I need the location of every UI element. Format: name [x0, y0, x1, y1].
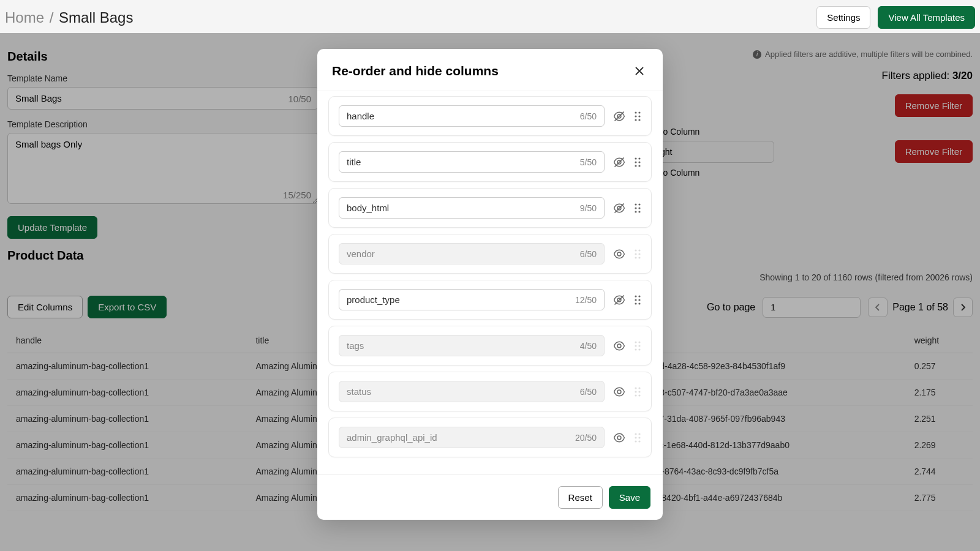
- reorder-columns-modal: Re-order and hide columns handle6/50titl…: [317, 49, 663, 520]
- drag-handle-icon[interactable]: [634, 111, 641, 122]
- svg-point-21: [638, 207, 640, 209]
- svg-point-25: [635, 249, 636, 251]
- svg-point-19: [638, 203, 640, 205]
- column-card-handle: handle6/50: [328, 96, 652, 136]
- drag-handle-icon: [634, 386, 641, 397]
- column-card-product_type: product_type12/50: [328, 280, 652, 320]
- breadcrumb-current: Small Bags: [59, 9, 133, 26]
- svg-point-47: [635, 387, 636, 389]
- svg-point-12: [635, 161, 636, 163]
- svg-point-26: [638, 249, 640, 251]
- svg-point-55: [638, 433, 640, 435]
- svg-point-43: [638, 345, 640, 347]
- svg-point-23: [638, 211, 640, 212]
- drag-handle-icon: [634, 340, 641, 351]
- column-card-status: status6/50: [328, 372, 652, 411]
- show-column-icon[interactable]: [613, 340, 625, 352]
- modal-overlay[interactable]: Re-order and hide columns handle6/50titl…: [0, 33, 980, 551]
- svg-point-39: [617, 344, 621, 348]
- svg-point-24: [617, 252, 621, 256]
- save-button[interactable]: Save: [609, 486, 650, 509]
- svg-point-7: [638, 119, 640, 121]
- hide-column-icon[interactable]: [613, 156, 625, 168]
- hide-column-icon[interactable]: [613, 110, 625, 122]
- svg-point-36: [638, 299, 640, 301]
- svg-point-22: [635, 211, 636, 212]
- hide-column-icon[interactable]: [613, 202, 625, 214]
- svg-point-56: [635, 437, 636, 438]
- column-card-tags: tags4/50: [328, 326, 652, 365]
- column-name-input: admin_graphql_api_id20/50: [339, 427, 605, 448]
- svg-point-37: [635, 302, 636, 304]
- svg-point-51: [635, 394, 636, 396]
- svg-point-48: [638, 387, 640, 389]
- breadcrumb-home[interactable]: Home: [5, 9, 44, 26]
- svg-point-15: [638, 165, 640, 167]
- close-modal-button[interactable]: [631, 62, 648, 80]
- show-column-icon[interactable]: [613, 432, 625, 444]
- breadcrumb-separator: /: [50, 9, 54, 26]
- svg-point-41: [638, 341, 640, 343]
- svg-point-49: [635, 391, 636, 392]
- column-name-input[interactable]: title5/50: [339, 151, 605, 173]
- svg-point-14: [635, 165, 636, 167]
- svg-point-45: [638, 348, 640, 350]
- header-actions: Settings View All Templates: [816, 6, 975, 29]
- column-card-vendor: vendor6/50: [328, 234, 652, 274]
- svg-point-30: [638, 257, 640, 258]
- column-name-input: status6/50: [339, 381, 605, 402]
- svg-point-13: [638, 161, 640, 163]
- reset-button[interactable]: Reset: [558, 486, 603, 509]
- drag-handle-icon[interactable]: [634, 203, 641, 214]
- show-column-icon[interactable]: [613, 248, 625, 260]
- show-column-icon[interactable]: [613, 386, 625, 398]
- svg-point-3: [638, 111, 640, 113]
- svg-point-40: [635, 341, 636, 343]
- modal-title: Re-order and hide columns: [332, 64, 499, 78]
- hide-column-icon[interactable]: [613, 294, 625, 306]
- svg-point-11: [638, 157, 640, 159]
- svg-point-50: [638, 391, 640, 392]
- breadcrumb: Home / Small Bags: [5, 9, 133, 26]
- column-name-input[interactable]: body_html9/50: [339, 197, 605, 219]
- settings-button[interactable]: Settings: [816, 6, 870, 29]
- column-card-admin_graphql_api_id: admin_graphql_api_id20/50: [328, 418, 652, 457]
- view-all-templates-button[interactable]: View All Templates: [878, 6, 975, 29]
- svg-point-10: [635, 157, 636, 159]
- svg-point-20: [635, 207, 636, 209]
- svg-point-53: [617, 436, 621, 440]
- svg-point-29: [635, 257, 636, 258]
- svg-point-58: [635, 440, 636, 442]
- svg-point-27: [635, 253, 636, 255]
- svg-point-18: [635, 203, 636, 205]
- drag-handle-icon[interactable]: [634, 294, 641, 305]
- drag-handle-icon: [634, 432, 641, 443]
- svg-point-44: [635, 348, 636, 350]
- column-card-body_html: body_html9/50: [328, 188, 652, 228]
- svg-point-33: [635, 295, 636, 297]
- svg-point-2: [635, 111, 636, 113]
- drag-handle-icon[interactable]: [634, 157, 641, 168]
- svg-point-54: [635, 433, 636, 435]
- column-name-input: vendor6/50: [339, 243, 605, 264]
- svg-point-46: [617, 390, 621, 394]
- svg-point-57: [638, 437, 640, 438]
- column-name-input[interactable]: product_type12/50: [339, 289, 605, 310]
- svg-point-42: [635, 345, 636, 347]
- drag-handle-icon: [634, 249, 641, 260]
- svg-point-6: [635, 119, 636, 121]
- column-name-input: tags4/50: [339, 335, 605, 356]
- svg-point-28: [638, 253, 640, 255]
- column-name-input[interactable]: handle6/50: [339, 105, 605, 127]
- svg-point-4: [635, 115, 636, 117]
- close-icon: [634, 66, 645, 77]
- column-card-title: title5/50: [328, 142, 652, 182]
- svg-point-38: [638, 302, 640, 304]
- header: Home / Small Bags Settings View All Temp…: [0, 0, 980, 35]
- svg-point-5: [638, 115, 640, 117]
- svg-point-35: [635, 299, 636, 301]
- svg-point-52: [638, 394, 640, 396]
- svg-point-59: [638, 440, 640, 442]
- svg-point-34: [638, 295, 640, 297]
